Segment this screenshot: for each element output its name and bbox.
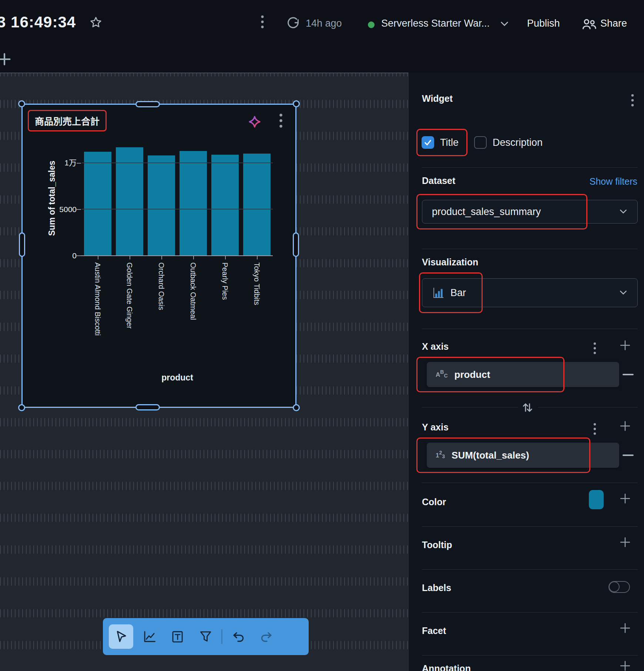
redo-button[interactable] [254,624,279,649]
y-tick-mark [77,255,81,256]
y-axis-remove-icon[interactable] [623,454,634,456]
show-filters-link[interactable]: Show filters [590,176,637,187]
color-section-label: Color [422,497,446,507]
add-page-icon[interactable] [0,50,13,68]
resize-handle-top[interactable] [135,101,160,107]
x-axis-labels: Austin Almond BiscottiGolden Gate Ginger… [82,262,273,336]
swap-axes-icon[interactable] [520,400,534,415]
widget-title: 商品別売上合計 [35,116,100,127]
refresh-icon[interactable] [286,16,301,31]
resize-handle-bottom[interactable] [135,404,160,410]
bar[interactable] [180,151,207,256]
add-text-tool-button[interactable] [165,624,189,649]
select-tool-button[interactable] [109,624,133,649]
share-icon[interactable] [581,17,597,32]
y-axis-field-pill[interactable]: 123 SUM(total_sales) [427,443,619,468]
add-visualization-tool-button[interactable] [137,624,161,649]
panel-divider [422,249,638,249]
undo-button[interactable] [226,624,251,649]
resize-handle-bottom-right[interactable] [293,404,300,411]
bars-container [82,141,273,256]
bar[interactable] [243,154,271,256]
x-category-label: Austin Almond Biscotti [94,262,101,336]
tooltip-section-label: Tooltip [422,540,452,550]
x-axis-field-name: product [455,369,490,380]
warehouse-chevron-down-icon[interactable] [500,20,509,28]
y-axis-kebab-icon[interactable] [594,423,596,435]
bar[interactable] [148,155,175,256]
x-axis-kebab-icon[interactable] [594,342,596,354]
share-button[interactable]: Share [600,18,627,29]
x-tick-mark [225,256,226,259]
panel-divider [422,483,638,483]
ai-sparkle-icon[interactable] [248,115,261,128]
annotation-section-label: Annotation [422,663,471,671]
x-tick-mark [130,256,130,259]
widget-section-label: Widget [422,93,453,104]
x-tick-mark [98,256,98,259]
x-tick-mark [161,256,162,259]
x-axis-line [77,255,273,256]
warehouse-selector-label[interactable]: Serverless Starter War... [381,18,490,29]
panel-divider [422,329,638,329]
resize-handle-left[interactable] [19,232,25,257]
facet-add-icon[interactable] [619,622,631,634]
last-refresh-time: 14h ago [306,18,342,29]
x-category-label: Orchard Oasis [158,262,165,336]
dashboard-title: 3 16:49:34 [0,13,76,31]
y-axis-add-icon[interactable] [619,420,631,432]
toolbar-divider [221,629,222,644]
x-axis-add-icon[interactable] [619,339,631,352]
publish-button[interactable]: Publish [527,18,560,29]
x-tick-mark [257,256,258,259]
x-axis-remove-icon[interactable] [623,374,634,375]
bar[interactable] [211,155,239,256]
description-checkbox-label[interactable]: Description [493,137,543,148]
tooltip-add-icon[interactable] [619,536,631,548]
x-axis-title: product [82,373,273,383]
title-checkbox-row: Title [422,136,459,149]
panel-divider [422,167,638,168]
numeric-type-icon: 123 [436,452,445,459]
x-category-label: Tokyo Tidbits [253,262,261,336]
dataset-label: Dataset [422,175,455,186]
y-tick-label: 0 [43,251,77,260]
y-tick-label: 1万 [43,157,77,168]
annotation-add-icon[interactable] [619,660,631,671]
header-kebab-icon[interactable] [261,16,264,28]
bar[interactable] [84,152,111,256]
widget-section-kebab-icon[interactable] [631,94,634,107]
color-add-icon[interactable] [619,492,631,505]
color-swatch[interactable] [589,490,604,509]
add-filter-tool-button[interactable] [193,624,218,649]
y-axis-field-name: SUM(total_sales) [452,450,529,461]
resize-handle-bottom-left[interactable] [18,404,25,411]
description-checkbox[interactable] [474,136,487,149]
dataset-value: product_sales_summary [432,206,541,218]
widget-config-panel: Widget Title Description Dataset Show fi… [408,73,644,671]
swap-divider-left [422,407,518,407]
visualization-dropdown[interactable]: Bar [422,278,638,307]
y-axis-section-label: Y axis [422,422,449,433]
panel-divider [422,526,638,527]
bar[interactable] [116,147,143,256]
y-tick-label: 5000 [43,205,77,214]
widget-kebab-icon[interactable] [279,114,282,128]
resize-handle-top-left[interactable] [18,100,25,107]
dashboard-canvas[interactable]: 商品別売上合計 Sum of total_sales [0,73,408,671]
labels-section-label: Labels [422,583,451,593]
y-tick-mark [77,209,81,210]
resize-handle-top-right[interactable] [293,100,300,107]
x-axis-field-pill[interactable]: ABC product [427,362,619,387]
chart-widget[interactable]: 商品別売上合計 Sum of total_sales [21,104,296,408]
x-category-label: Pearly Pies [221,262,229,336]
chevron-down-icon [619,289,628,296]
favorite-star-icon[interactable] [89,16,103,30]
dataset-dropdown[interactable]: product_sales_summary [422,200,638,224]
title-checkbox[interactable] [422,136,434,149]
x-category-label: Golden Gate Ginger [126,262,133,336]
resize-handle-right[interactable] [293,232,299,257]
title-checkbox-label[interactable]: Title [440,137,459,148]
dashboard-editor: 3 16:49:34 14h ago Serverless Starter Wa… [0,0,644,671]
labels-toggle[interactable] [608,581,630,593]
